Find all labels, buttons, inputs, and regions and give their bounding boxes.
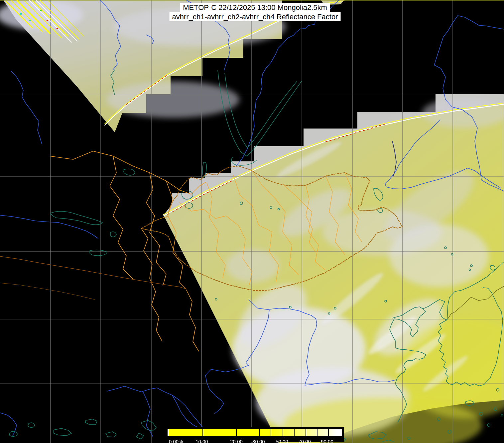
colorbar-label: 70.00 — [298, 439, 311, 443]
satellite-map-canvas — [0, 0, 504, 443]
colorbar-tick-10 — [202, 429, 203, 436]
colorbar-tick-60 — [294, 429, 295, 436]
satellite-image-viewport: METOP-C 22/12/2025 13:00 Mongolia2.5km a… — [0, 0, 504, 443]
colorbar-tick-40 — [271, 429, 271, 436]
colorbar-tick-50 — [283, 429, 283, 436]
colorbar-tick-20 — [236, 429, 237, 436]
colorbar-label: 0.00% — [169, 439, 183, 443]
colorbar-label: 50.00 — [276, 439, 288, 443]
colorbar-tick-90 — [328, 429, 329, 436]
colorbar-tick-80 — [317, 429, 317, 436]
colorbar-tick-30 — [259, 429, 260, 436]
colorbar-tick-70 — [306, 429, 306, 436]
colorbar-label: 30.00 — [252, 439, 265, 443]
colorbar-label: 90.00 — [321, 439, 333, 443]
reflectance-colorbar: 0.00%10.0020.0030.0050.0070.0090.00 — [168, 429, 342, 436]
image-title-line1: METOP-C 22/12/2025 13:00 Mongolia2.5km — [180, 3, 330, 12]
image-title-line2: avhrr_ch1-avhrr_ch2-avhrr_ch4 Reflectanc… — [170, 12, 341, 21]
colorbar-label: 10.00 — [195, 439, 208, 443]
colorbar-label: 20.00 — [230, 439, 243, 443]
colorbar-background: 0.00%10.0020.0030.0050.0070.0090.00 — [165, 427, 344, 442]
